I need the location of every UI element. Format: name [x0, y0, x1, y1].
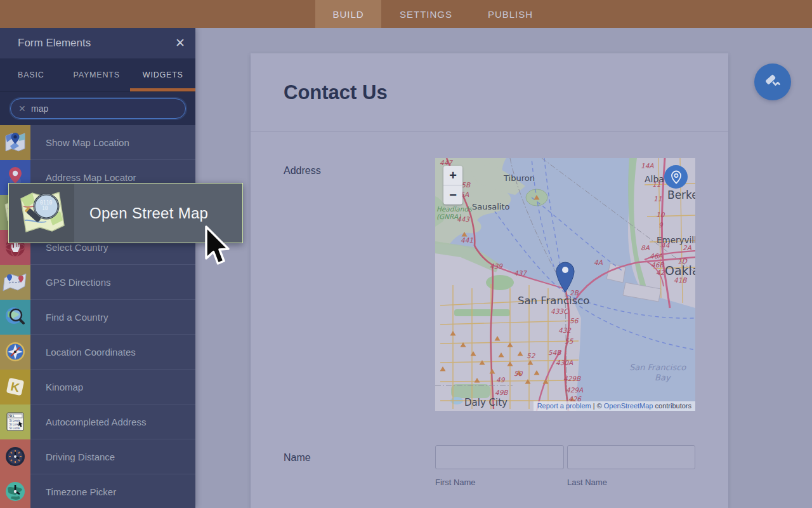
svg-text:56: 56 [570, 317, 579, 324]
form-designer-button[interactable] [754, 64, 791, 100]
widget-item-label: Location Coordinates [46, 347, 136, 358]
tab-widgets[interactable]: WIDGETS [143, 70, 183, 79]
widget-item-label: GPS Directions [46, 277, 111, 288]
zoom-out-button[interactable]: − [443, 185, 462, 204]
search-pill[interactable]: ✕ [10, 98, 186, 119]
form-canvas: Contact Us Address [195, 28, 812, 508]
top-navbar: BUILD SETTINGS PUBLISH [0, 0, 812, 28]
form-builder-app: BUILD SETTINGS PUBLISH Form Elements ✕ B… [0, 0, 812, 508]
clock-icon [0, 439, 30, 474]
last-name-sublabel: Last Name [567, 478, 695, 487]
widget-item-kinomap[interactable]: K Kinomap [0, 370, 195, 404]
pin-outline-icon [669, 170, 683, 184]
clear-search-icon[interactable]: ✕ [18, 104, 29, 114]
widget-item-autocompleted-address[interactable]: St LSt LewisSt LorenzSt Lucia Autocomple… [0, 404, 195, 439]
svg-text:42: 42 [656, 269, 665, 276]
svg-text:Headlands: Headlands [436, 205, 473, 213]
search-input[interactable] [31, 104, 171, 114]
svg-text:Oaklan: Oaklan [665, 264, 695, 277]
svg-text:2B: 2B [570, 289, 579, 297]
address-list-icon: St LSt LewisSt LorenzSt Lucia [0, 404, 30, 439]
drag-ghost-label-cell: Open Street Map [74, 184, 242, 243]
svg-text:11: 11 [653, 195, 662, 203]
locate-pin-button[interactable] [664, 165, 688, 189]
drag-ghost-open-street-map[interactable]: 0110 10 Open Street Map [8, 183, 243, 243]
widget-item-show-map-location[interactable]: Show Map Location [0, 125, 195, 160]
widget-item-label: Driving Distance [46, 451, 115, 462]
compass-icon [0, 335, 30, 370]
last-name-input[interactable] [567, 445, 695, 469]
svg-text:55: 55 [565, 337, 574, 345]
form-card[interactable]: Contact Us Address [251, 53, 728, 508]
tab-publish[interactable]: PUBLISH [471, 0, 550, 28]
zoom-in-button[interactable]: + [443, 166, 462, 185]
panel-header: Form Elements ✕ [0, 28, 195, 58]
svg-text:430A: 430A [556, 359, 573, 366]
svg-text:Bay: Bay [655, 373, 672, 382]
tab-payments[interactable]: PAYMENTS [74, 70, 120, 79]
svg-text:437: 437 [514, 269, 527, 277]
svg-text:Berkele: Berkele [667, 189, 695, 201]
form-header[interactable]: Contact Us [251, 53, 728, 131]
svg-text:41B: 41B [674, 276, 687, 284]
svg-text:St Lewis: St Lewis [10, 419, 21, 422]
form-elements-panel: Form Elements ✕ BASIC PAYMENTS WIDGETS ✕… [0, 28, 195, 508]
first-name-sublabel: First Name [435, 478, 564, 487]
widget-item-location-coordinates[interactable]: Location Coordinates [0, 335, 195, 370]
svg-text:10: 10 [42, 206, 48, 211]
attribution-separator: | © [591, 402, 604, 410]
report-problem-link[interactable]: Report a problem [537, 402, 591, 410]
timezone-globe-icon [0, 474, 30, 508]
map-zoom-control: + − [443, 166, 462, 204]
form-title: Contact Us [284, 81, 388, 104]
tab-build[interactable]: BUILD [315, 0, 381, 28]
svg-text:441: 441 [461, 236, 473, 244]
widget-item-label: Find a Country [46, 312, 108, 323]
widget-item-timezone-picker[interactable]: Timezone Picker [0, 474, 195, 508]
address-field-label: Address [284, 165, 321, 177]
svg-text:8A: 8A [641, 244, 650, 251]
widget-item-find-a-country[interactable]: Find a Country [0, 300, 195, 335]
widget-item-driving-distance[interactable]: Driving Distance [0, 439, 195, 474]
paint-roller-icon [763, 72, 782, 91]
widget-search-bar: ✕ [0, 92, 195, 125]
svg-text:429B: 429B [563, 375, 581, 382]
svg-text:46A: 46A [650, 252, 663, 260]
address-map[interactable]: TiburonSausalitoHeadlands(GNRA)AlbaBerke… [435, 158, 695, 411]
svg-text:0110: 0110 [40, 200, 52, 206]
widget-item-label: Select Country [46, 242, 108, 253]
widget-item-gps-directions[interactable]: GPS Directions [0, 265, 195, 300]
svg-text:50: 50 [514, 370, 523, 377]
svg-text:44: 44 [661, 241, 670, 249]
openstreetmap-canvas: TiburonSausalitoHeadlands(GNRA)AlbaBerke… [435, 158, 695, 411]
tab-basic[interactable]: BASIC [18, 70, 44, 79]
map-attribution: Report a problem | © OpenStreetMap contr… [534, 401, 695, 411]
widget-item-label: Show Map Location [46, 137, 129, 148]
svg-text:1D: 1D [678, 257, 688, 265]
panel-tabs: BASIC PAYMENTS WIDGETS [0, 58, 195, 92]
osm-icon: 0110 10 [9, 184, 74, 243]
first-name-input[interactable] [435, 445, 564, 469]
attribution-suffix: contributors [653, 402, 691, 410]
active-tab-underline [130, 88, 195, 91]
tab-settings[interactable]: SETTINGS [381, 0, 471, 28]
svg-text:Tiburon: Tiburon [503, 173, 535, 183]
svg-text:439: 439 [490, 262, 503, 270]
globe-search-icon [0, 300, 30, 335]
panel-title: Form Elements [18, 37, 91, 50]
svg-text:49: 49 [496, 376, 506, 384]
svg-text:Daly City: Daly City [464, 397, 508, 408]
svg-text:St Lucia: St Lucia [10, 427, 20, 430]
widget-item-label: Autocompleted Address [46, 417, 146, 427]
svg-text:2A: 2A [683, 244, 692, 251]
close-icon[interactable]: ✕ [174, 37, 187, 50]
svg-text:Sausalito: Sausalito [472, 202, 510, 211]
navbar-tabs: BUILD SETTINGS PUBLISH [315, 0, 550, 28]
gps-map-icon [0, 265, 30, 300]
widget-item-label: Timezone Picker [46, 486, 116, 497]
svg-text:10: 10 [656, 211, 665, 218]
svg-text:San Francisco: San Francisco [629, 363, 686, 372]
svg-text:432: 432 [558, 326, 572, 334]
osm-link[interactable]: OpenStreetMap [604, 402, 653, 410]
svg-text:433C: 433C [551, 307, 569, 315]
